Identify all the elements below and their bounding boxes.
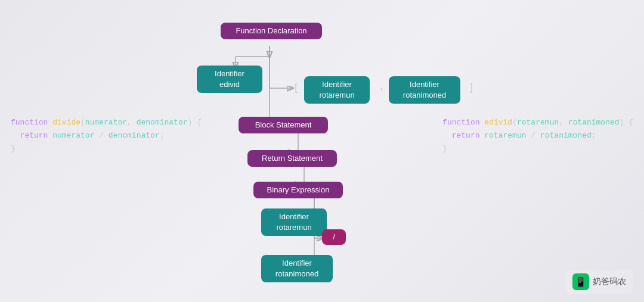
bracket-close: ] [470, 81, 473, 94]
node-identifier-rotaremun2: Identifier rotaremun [261, 208, 327, 236]
node-identifier-rotanimoned2: Identifier rotanimoned [261, 255, 333, 282]
node-identifier-rotanimoned: Identifier rotanimoned [389, 76, 460, 104]
watermark: 📱 奶爸码农 [565, 270, 633, 294]
node-function-declaration: Function Declaration [221, 23, 322, 39]
comma: , [380, 81, 383, 92]
node-identifier-rotaremun: Identifier rotaremun [304, 76, 370, 104]
node-slash: / [322, 229, 346, 245]
code-left: function divide(numerator, denominator) … [11, 116, 202, 155]
bracket-open: [ [295, 81, 298, 94]
watermark-icon: 📱 [572, 273, 589, 290]
node-binary-expression: Binary Expression [253, 182, 343, 198]
code-right: function edivid(rotaremun, rotanimoned) … [442, 116, 633, 155]
node-return-statement: Return Statement [247, 150, 337, 167]
node-block-statement: Block Statement [239, 117, 328, 133]
diagram-area: Function Declaration Identifier edivid [… [0, 0, 644, 302]
node-identifier-edivid: Identifier edivid [197, 66, 262, 93]
watermark-text: 奶爸码农 [593, 276, 626, 287]
